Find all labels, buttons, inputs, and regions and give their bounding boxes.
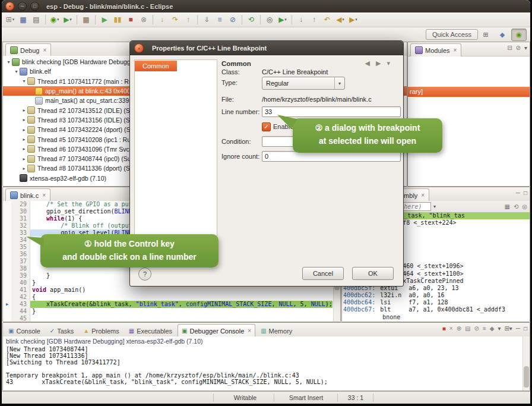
line-number[interactable]: 37 (11, 258, 30, 265)
resume-icon[interactable]: ▶ (98, 14, 111, 26)
tab-debug[interactable]: Debug × (5, 43, 51, 56)
run-icon[interactable]: ▶▾ (61, 14, 74, 26)
line-number[interactable]: 33 (11, 229, 30, 237)
drop-to-frame-icon[interactable]: ⇓ (200, 14, 213, 26)
disassembly-row[interactable]: 400dbc64:lsi f7, a1, 128 (342, 299, 530, 306)
console-body[interactable]: blink checking [GDB Hardware Debugging] … (3, 336, 523, 391)
expand-arrow-icon[interactable]: ▸ (21, 137, 27, 142)
disconnect-icon[interactable]: ⊗ (137, 14, 150, 26)
word-wrap-icon[interactable]: ≡ (483, 326, 486, 332)
dialog-close-button[interactable]: × (134, 43, 144, 53)
disassembly-row[interactable]: 400dbc62:l32i.n a0, a0, 16 (342, 292, 530, 299)
line-number[interactable]: 39 (11, 272, 30, 279)
line-number[interactable]: 35 (11, 244, 30, 251)
nav-item-common[interactable]: Common (135, 61, 177, 71)
view-menu-icon[interactable]: ▾ (387, 59, 390, 67)
line-number[interactable]: 34 (11, 237, 30, 244)
previous-annotation-icon[interactable]: ↑ (308, 14, 321, 26)
editor-line[interactable]: ▶43 xTaskCreate(&blink_task, "blink_task… (3, 301, 334, 308)
line-number[interactable]: 31 (11, 215, 30, 222)
forward-icon[interactable]: ▶▾ (347, 14, 360, 26)
help-button[interactable]: ? (138, 267, 151, 281)
expand-arrow-icon[interactable]: ▸ (21, 108, 27, 113)
minimize-view-icon[interactable]: ─ (516, 190, 520, 196)
type-select[interactable]: Regular ▾ (262, 77, 345, 90)
save-icon[interactable]: ▦ (17, 14, 30, 26)
location-dropdown-icon[interactable]: ▾ (433, 204, 436, 209)
build-icon[interactable]: ▦ (80, 14, 93, 26)
display-selected-console-icon[interactable]: ▾ (498, 326, 501, 332)
scrollbar-thumb[interactable] (524, 366, 529, 388)
close-icon[interactable]: × (248, 328, 251, 334)
editor-line[interactable]: 44} (3, 308, 334, 315)
tab-executables[interactable]: ▦Executables (125, 325, 176, 336)
last-edit-location-icon[interactable]: ↶ (321, 14, 334, 26)
tab-tasks[interactable]: ✓Tasks (46, 325, 78, 336)
window-maximize-button[interactable]: □ (30, 2, 39, 11)
skip-all-breakpoints-icon[interactable]: ⊘ (226, 14, 239, 26)
pin-console-icon[interactable]: ◆ (490, 326, 495, 332)
expand-arrow-icon[interactable]: ▾ (13, 69, 20, 74)
print-icon[interactable]: ▤ (30, 14, 43, 26)
tab-console[interactable]: ▣Console (4, 325, 45, 336)
show-source-icon[interactable]: ▦ (504, 204, 509, 210)
external-tools-icon[interactable]: ▶▾ (276, 14, 289, 26)
expand-arrow-icon[interactable]: ▸ (21, 127, 27, 133)
disassembly-row[interactable]: 400dbc67:blt a7, a1, 0x400dbc81 <_adddf3 (342, 306, 530, 313)
expand-arrow-icon[interactable]: ▸ (21, 117, 27, 122)
next-annotation-icon[interactable]: ↓ (294, 14, 308, 26)
tab-blink-c[interactable]: blink.c × (5, 188, 50, 202)
link-with-debug-icon[interactable]: ⊘ (516, 45, 521, 51)
step-return-icon[interactable]: ↑ (182, 14, 195, 26)
tab-modules[interactable]: Modules × (410, 43, 461, 56)
open-perspective-button[interactable]: ⊞ (478, 29, 493, 41)
debug-perspective-button[interactable]: ◉ (511, 29, 527, 41)
line-number[interactable]: 38 (11, 265, 30, 272)
back-arrow-icon[interactable]: ◀ (365, 59, 370, 67)
terminate-icon[interactable]: ■ (442, 326, 446, 332)
module-item-selected[interactable]: rary] (408, 87, 530, 97)
sync-with-pc-icon[interactable]: ◎ (522, 204, 527, 210)
search-icon[interactable]: ◎ (263, 14, 276, 26)
disassembly-row[interactable]: bnone (342, 314, 530, 321)
scroll-lock-icon[interactable]: ⊘ (474, 326, 479, 332)
collapse-all-icon[interactable]: ⊟ (507, 45, 512, 51)
line-number[interactable]: 45 (11, 315, 30, 322)
maximize-view-icon[interactable]: □ (524, 326, 527, 332)
expand-arrow-icon[interactable]: ▸ (21, 166, 27, 171)
line-number[interactable]: 41 (11, 287, 30, 294)
remove-launch-icon[interactable]: × (449, 326, 453, 332)
line-number-input[interactable] (262, 106, 401, 117)
window-minimize-button[interactable]: ─ (18, 2, 27, 11)
line-number[interactable]: 29 (11, 201, 30, 208)
console-scrollbar[interactable] (522, 336, 530, 391)
terminate-icon[interactable]: ■ (124, 14, 137, 26)
open-console-icon[interactable]: ⊞▾ (504, 326, 512, 332)
window-close-button[interactable]: × (5, 2, 14, 11)
editor-line[interactable]: 45 (3, 315, 334, 322)
expand-arrow-icon[interactable]: ▸ (21, 156, 27, 162)
expand-arrow-icon[interactable]: ▸ (21, 146, 27, 152)
editor-line[interactable]: 42{ (3, 294, 334, 301)
instruction-stepping-icon[interactable]: ≡ (213, 14, 226, 26)
enabled-checkbox[interactable]: ✓ (262, 122, 271, 131)
cancel-button[interactable]: Cancel (302, 267, 344, 280)
expand-arrow-icon[interactable]: ▾ (5, 59, 12, 65)
close-icon[interactable]: × (43, 47, 46, 53)
line-number[interactable]: 36 (11, 251, 30, 258)
remove-all-terminated-icon[interactable]: ⊗ (457, 326, 461, 332)
debug-icon[interactable]: ◉▾ (48, 14, 61, 26)
minimize-view-icon[interactable]: ─ (516, 326, 520, 332)
tab-debugger-console[interactable]: ▣Debugger Console× (178, 324, 255, 337)
line-number[interactable]: 40 (11, 279, 30, 287)
line-number[interactable]: 42 (11, 294, 30, 301)
close-icon[interactable]: × (421, 192, 425, 199)
cpp-perspective-button[interactable]: ◆ (495, 29, 510, 41)
maximize-view-icon[interactable]: □ (524, 190, 527, 196)
forward-arrow-icon[interactable]: ▶ (376, 59, 381, 67)
close-icon[interactable]: × (42, 192, 46, 199)
suspend-icon[interactable]: ▮▮ (111, 14, 124, 26)
ok-button[interactable]: OK (352, 267, 394, 280)
close-icon[interactable]: × (454, 47, 457, 53)
view-menu-icon[interactable]: ▾ (524, 45, 527, 51)
